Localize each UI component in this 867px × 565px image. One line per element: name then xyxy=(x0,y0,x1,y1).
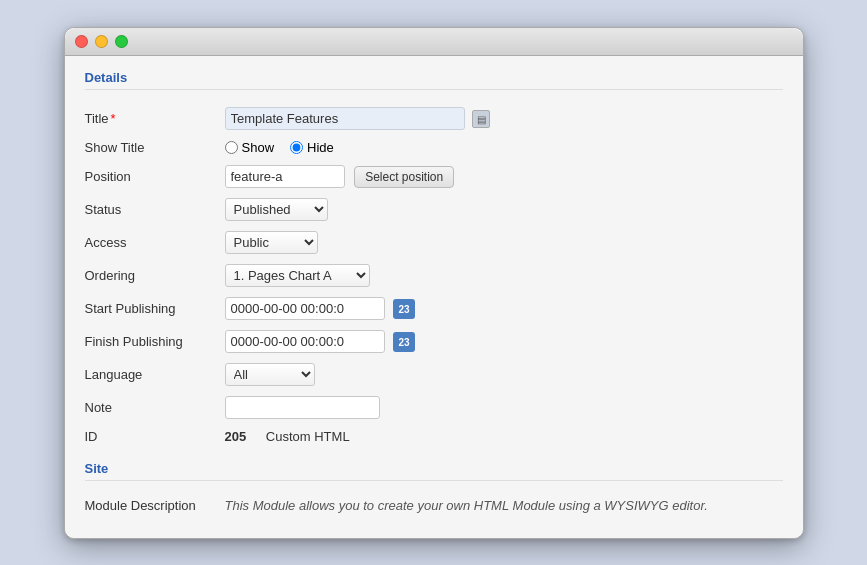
position-row: Position Select position xyxy=(85,160,783,193)
start-publishing-calendar-icon[interactable] xyxy=(393,299,415,319)
title-label: Title xyxy=(85,111,109,126)
hide-radio-text: Hide xyxy=(307,140,334,155)
status-select[interactable]: Published Unpublished Trashed xyxy=(225,198,328,221)
id-type: Custom HTML xyxy=(266,429,350,444)
access-select[interactable]: Public Registered Special xyxy=(225,231,318,254)
site-section: Site Module Description This Module allo… xyxy=(85,461,783,518)
module-desc-label: Module Description xyxy=(85,498,196,513)
start-publishing-input[interactable] xyxy=(225,297,385,320)
position-label: Position xyxy=(85,169,131,184)
window-content: Details Title* ▤ Show Title xyxy=(65,56,803,538)
access-row: Access Public Registered Special xyxy=(85,226,783,259)
finish-publishing-calendar-icon[interactable] xyxy=(393,332,415,352)
minimize-button[interactable] xyxy=(95,35,108,48)
maximize-button[interactable] xyxy=(115,35,128,48)
note-row: Note xyxy=(85,391,783,424)
title-icon[interactable]: ▤ xyxy=(472,110,490,128)
language-row: Language All English xyxy=(85,358,783,391)
module-desc-text: This Module allows you to create your ow… xyxy=(225,498,708,513)
show-title-radio-group: Show Hide xyxy=(225,140,775,155)
title-input[interactable] xyxy=(225,107,465,130)
hide-radio-label[interactable]: Hide xyxy=(290,140,334,155)
module-desc-row: Module Description This Module allows yo… xyxy=(85,493,783,518)
show-title-row: Show Title Show Hide xyxy=(85,135,783,160)
details-section-heading: Details xyxy=(85,70,783,90)
finish-publishing-label: Finish Publishing xyxy=(85,334,183,349)
title-bar xyxy=(65,28,803,56)
show-title-label: Show Title xyxy=(85,140,145,155)
show-radio-text: Show xyxy=(242,140,275,155)
close-button[interactable] xyxy=(75,35,88,48)
ordering-row: Ordering 1. Pages Chart A 2. Pages Chart… xyxy=(85,259,783,292)
note-label: Note xyxy=(85,400,112,415)
position-input[interactable] xyxy=(225,165,345,188)
note-input[interactable] xyxy=(225,396,380,419)
details-form: Title* ▤ Show Title xyxy=(85,102,783,449)
site-form: Module Description This Module allows yo… xyxy=(85,493,783,518)
required-star: * xyxy=(111,111,116,126)
language-label: Language xyxy=(85,367,143,382)
show-radio-label[interactable]: Show xyxy=(225,140,275,155)
main-window: Details Title* ▤ Show Title xyxy=(64,27,804,539)
start-publishing-row: Start Publishing xyxy=(85,292,783,325)
language-select[interactable]: All English xyxy=(225,363,315,386)
finish-publishing-input[interactable] xyxy=(225,330,385,353)
hide-radio[interactable] xyxy=(290,141,303,154)
status-row: Status Published Unpublished Trashed xyxy=(85,193,783,226)
ordering-label: Ordering xyxy=(85,268,136,283)
id-label: ID xyxy=(85,429,98,444)
status-label: Status xyxy=(85,202,122,217)
id-row: ID 205 Custom HTML xyxy=(85,424,783,449)
access-label: Access xyxy=(85,235,127,250)
select-position-button[interactable]: Select position xyxy=(354,166,454,188)
start-publishing-label: Start Publishing xyxy=(85,301,176,316)
site-section-heading: Site xyxy=(85,461,783,481)
id-value: 205 xyxy=(225,429,247,444)
show-radio[interactable] xyxy=(225,141,238,154)
finish-publishing-row: Finish Publishing xyxy=(85,325,783,358)
ordering-select[interactable]: 1. Pages Chart A 2. Pages Chart B xyxy=(225,264,370,287)
title-row: Title* ▤ xyxy=(85,102,783,135)
